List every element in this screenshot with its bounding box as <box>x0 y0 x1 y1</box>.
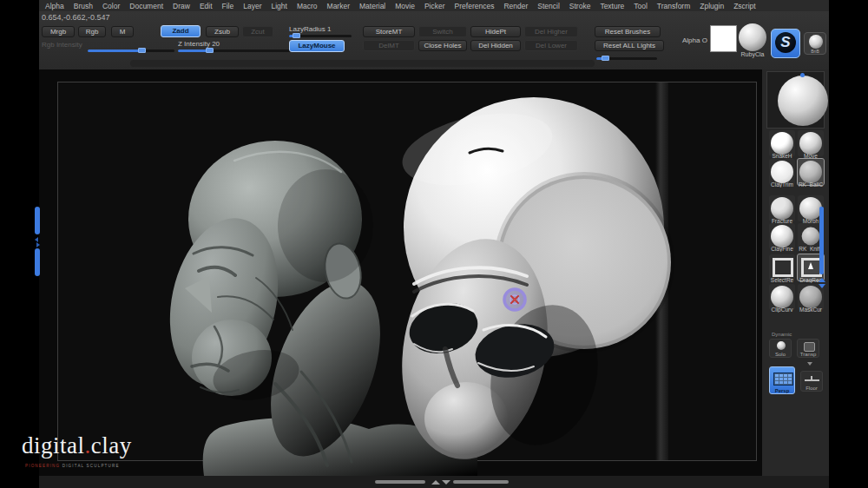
left-tray-divider-bottom <box>35 248 40 276</box>
material-preview-box <box>766 71 825 129</box>
lazy-mouse-button[interactable]: LazyMouse <box>289 40 345 52</box>
scroll-up-icon[interactable] <box>819 278 825 282</box>
watermark-tagline: PIONEERING DIGITAL SCULPTURE <box>25 464 120 468</box>
menu-item-marker[interactable]: Marker <box>327 2 350 10</box>
solo-label: Solo <box>770 352 791 357</box>
menu-item-layer[interactable]: Layer <box>243 2 261 10</box>
zsub-button[interactable]: Zsub <box>206 26 239 37</box>
lazy-radius-label: LazyRadius 1 <box>289 25 331 33</box>
brush-label: SnakeH <box>767 153 797 159</box>
rgb-intensity-label: Rgb Intensity <box>42 41 82 49</box>
alpha-label: Alpha O <box>682 36 707 44</box>
sculpt-canvas[interactable] <box>39 69 762 476</box>
brush-label: RK_BallC <box>796 181 825 188</box>
persp-label: Persp <box>770 388 794 393</box>
brush-label: MaskCur <box>796 307 825 313</box>
scroll-down-icon[interactable] <box>819 284 825 288</box>
lazy-radius-slider[interactable] <box>289 35 352 37</box>
brush-label: ClayTrim <box>767 181 797 188</box>
dynamic-label: Dynamic <box>772 332 792 337</box>
mini-slider[interactable] <box>596 57 657 60</box>
hide-pt-button[interactable]: HidePt <box>470 26 521 37</box>
watermark: digital.clay PIONEERING DIGITAL SCULPTUR… <box>22 432 132 459</box>
del-lower-button[interactable]: Del Lower <box>524 40 578 51</box>
cursor-arrow-icon <box>808 262 813 269</box>
secondary-brush-label: BriB <box>805 49 825 54</box>
transp-toggle[interactable]: Transp <box>797 339 819 358</box>
tray-close-down-icon[interactable] <box>442 480 450 485</box>
menu-item-document[interactable]: Document <box>129 2 163 10</box>
del-hidden-button[interactable]: Del Hidden <box>470 40 521 51</box>
menu-item-macro[interactable]: Macro <box>297 2 318 10</box>
zadd-button[interactable]: Zadd <box>161 25 201 37</box>
transp-glass-icon <box>804 342 815 352</box>
material-name-label: RubyCla <box>733 51 772 57</box>
persp-toggle-active[interactable]: Persp <box>769 366 795 394</box>
brush-cursor <box>504 289 525 310</box>
bottom-tray-bar <box>39 476 829 488</box>
tray-divider-left-handle[interactable] <box>375 480 425 484</box>
reset-all-lights-button[interactable]: Reset ALL Lights <box>595 40 664 51</box>
menu-item-light[interactable]: Light <box>272 2 287 10</box>
z-intensity-slider[interactable] <box>178 49 291 52</box>
menu-item-picker[interactable]: Picker <box>424 2 445 10</box>
menu-item-material[interactable]: Material <box>359 2 385 10</box>
brush-list-scrollbar[interactable] <box>819 207 824 274</box>
menu-item-tool[interactable]: Tool <box>634 2 648 10</box>
material-sphere-icon[interactable] <box>739 23 766 51</box>
menu-item-preferences[interactable]: Preferences <box>455 2 495 10</box>
mrgb-button[interactable]: Mrgb <box>42 26 75 37</box>
menu-item-stroke[interactable]: Stroke <box>569 2 591 10</box>
menu-item-file[interactable]: File <box>222 2 234 10</box>
menu-item-stencil[interactable]: Stencil <box>537 2 560 10</box>
z-intensity-label: Z Intensity 20 <box>178 40 220 48</box>
menu-item-render[interactable]: Render <box>503 2 528 10</box>
secondary-brush-ball-icon <box>809 35 823 49</box>
brush-label: SelectRe <box>767 277 797 283</box>
current-brush-icon[interactable]: S <box>771 29 800 58</box>
menu-item-color[interactable]: Color <box>102 2 120 10</box>
menu-item-alpha[interactable]: Alpha <box>45 2 64 10</box>
tray-open-up-icon[interactable] <box>431 480 440 485</box>
left-tray-divider[interactable] <box>35 207 41 276</box>
floor-label: Floor <box>801 386 822 391</box>
switch-button[interactable]: Switch <box>418 26 467 37</box>
rgb-button[interactable]: Rgb <box>78 26 106 37</box>
top-shelf: 0.654,-0.662,-0.547 Mrgb Rgb M Zadd Zsub… <box>39 11 829 69</box>
zbrush-window: Alpha Brush Color Document Draw Edit Fil… <box>0 0 868 488</box>
sphere-marker-dot <box>800 73 805 77</box>
menu-item-texture[interactable]: Texture <box>600 2 624 10</box>
brush-label: Move <box>796 153 825 159</box>
floor-line-icon <box>805 379 819 381</box>
menu-item-brush[interactable]: Brush <box>74 2 93 10</box>
del-mt-button[interactable]: DelMT <box>363 40 415 51</box>
menu-bar: Alpha Brush Color Document Draw Edit Fil… <box>39 0 829 11</box>
menu-item-zscript[interactable]: Zscript <box>733 2 756 10</box>
zcut-button[interactable]: Zcut <box>242 26 273 37</box>
rgb-intensity-slider[interactable] <box>88 49 174 52</box>
material-preview-sphere[interactable] <box>778 76 828 126</box>
toggle-expand-icon[interactable] <box>807 362 812 366</box>
reset-brushes-button[interactable]: Reset Brushes <box>595 26 661 37</box>
tray-divider-right-handle[interactable] <box>453 480 509 484</box>
left-tray-divider-top <box>35 207 40 234</box>
menu-item-draw[interactable]: Draw <box>173 2 190 10</box>
menu-item-zplugin[interactable]: Zplugin <box>700 2 724 10</box>
close-holes-button[interactable]: Close Holes <box>418 40 467 51</box>
brush-label: ClipCurv <box>767 307 797 313</box>
m-button[interactable]: M <box>111 26 134 37</box>
brush-s-glyph: S <box>775 32 796 53</box>
del-higher-button[interactable]: Del Higher <box>524 26 578 37</box>
store-mt-button[interactable]: StoreMT <box>363 26 415 37</box>
menu-item-edit[interactable]: Edit <box>200 2 213 10</box>
solo-toggle[interactable]: Solo <box>769 339 792 358</box>
alpha-swatch[interactable] <box>710 25 737 52</box>
floor-toggle[interactable]: Floor <box>800 371 823 392</box>
shelf-divider-strip <box>130 60 595 67</box>
sculpt-viewport-render <box>39 69 762 476</box>
menu-item-movie[interactable]: Movie <box>395 2 415 10</box>
menu-item-transform[interactable]: Transform <box>657 2 690 10</box>
secondary-brush-icon[interactable]: BriB <box>804 32 826 55</box>
watermark-title: digital.clay <box>22 432 132 458</box>
tray-arrow-right-icon <box>36 242 40 247</box>
